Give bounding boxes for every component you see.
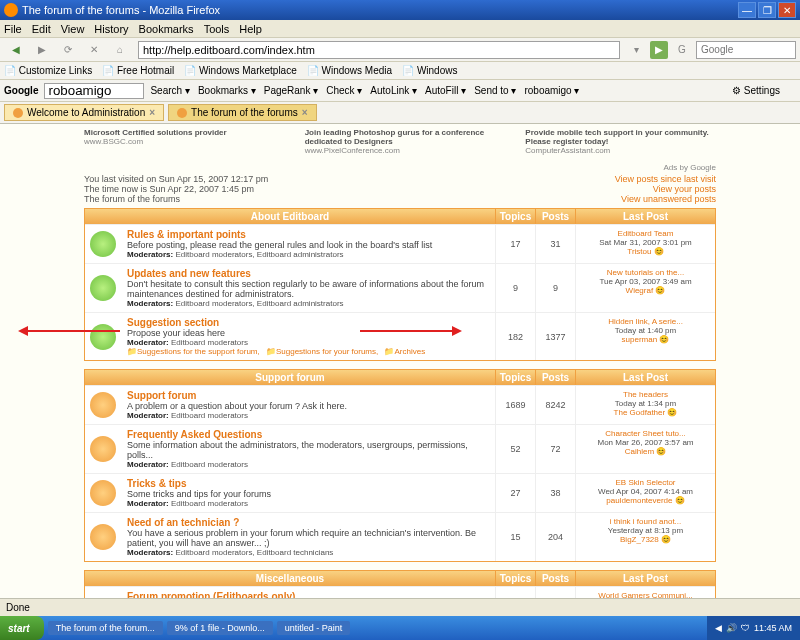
search-engine-button[interactable]: G	[670, 40, 694, 60]
forum-status-icon	[90, 324, 116, 350]
bookmark-link[interactable]: 📄 Free Hotmail	[102, 65, 174, 76]
subforum-link[interactable]: 📁Archives	[384, 347, 425, 356]
forum-row: Support forum A problem or a question ab…	[85, 385, 715, 424]
last-post[interactable]: The headersToday at 1:34 pmThe Godfather…	[575, 386, 715, 424]
forward-button[interactable]: ▶	[30, 40, 54, 60]
close-button[interactable]: ✕	[778, 2, 796, 18]
nav-toolbar: ◀ ▶ ⟳ ✕ ⌂ http://help.editboard.com/inde…	[0, 38, 800, 62]
forum-moderators: Moderator: Editboard moderators	[127, 411, 489, 420]
forum-link[interactable]: Rules & important points	[127, 229, 489, 240]
forum-link[interactable]: Tricks & tips	[127, 478, 489, 489]
firefox-icon	[4, 3, 18, 17]
dropdown-button[interactable]: ▾	[624, 40, 648, 60]
forum-section: Support forumTopicsPostsLast Post Suppor…	[84, 369, 716, 562]
menu-edit[interactable]: Edit	[32, 23, 51, 35]
ads-by-label: Ads by Google	[84, 163, 716, 172]
last-post[interactable]: Hidden link, A serie...Today at 1:40 pms…	[575, 313, 715, 360]
search-input[interactable]	[696, 41, 796, 59]
gtoolbar-item[interactable]: Check ▾	[326, 85, 362, 96]
menu-view[interactable]: View	[61, 23, 85, 35]
forum-row: Forum promotion (Editboards only) Talk a…	[85, 586, 715, 598]
reload-button[interactable]: ⟳	[56, 40, 80, 60]
forum-row: Frequently Asked Questions Some informat…	[85, 424, 715, 473]
tab-close-icon[interactable]: ×	[302, 107, 308, 118]
tab-close-icon[interactable]: ×	[149, 107, 155, 118]
menu-bookmarks[interactable]: Bookmarks	[139, 23, 194, 35]
bookmark-link[interactable]: 📄 Windows	[402, 65, 457, 76]
forum-row: Rules & important points Before posting,…	[85, 224, 715, 263]
gtoolbar-item[interactable]: PageRank ▾	[264, 85, 318, 96]
last-post[interactable]: EB Skin SelectorWed Apr 04, 2007 4:14 am…	[575, 474, 715, 512]
minimize-button[interactable]: —	[738, 2, 756, 18]
toolbar-settings[interactable]: ⚙ Settings	[732, 85, 788, 96]
bookmark-link[interactable]: 📄 Windows Marketplace	[184, 65, 297, 76]
tab-favicon	[13, 108, 23, 118]
taskbar-item[interactable]: 9% of 1 file - Downlo...	[167, 621, 273, 635]
forum-moderators: Moderators: Editboard moderators, Editbo…	[127, 250, 489, 259]
section-header: MiscellaneousTopicsPostsLast Post	[85, 571, 715, 586]
bookmark-link[interactable]: 📄 Customize Links	[4, 65, 92, 76]
forum-moderators: Moderator: Editboard moderators	[127, 499, 489, 508]
view-unanswered-link[interactable]: View unanswered posts	[621, 194, 716, 204]
gtoolbar-item[interactable]: AutoFill ▾	[425, 85, 466, 96]
last-post[interactable]: Editboard TeamSat Mar 31, 2007 3:01 pmTr…	[575, 225, 715, 263]
forum-description: Before posting, please read the general …	[127, 240, 489, 250]
forum-link[interactable]: Updates and new features	[127, 268, 489, 279]
google-search-input[interactable]	[44, 83, 144, 99]
last-post[interactable]: World Gamers Communi...Yesterday at 3:14…	[575, 587, 715, 598]
windows-taskbar: start The forum of the forum...9% of 1 f…	[0, 616, 800, 640]
forum-link[interactable]: Frequently Asked Questions	[127, 429, 489, 440]
sponsored-links: Microsoft Certified solutions providerww…	[84, 128, 716, 155]
home-button[interactable]: ⌂	[108, 40, 132, 60]
subforum-link[interactable]: 📁Suggestions for the support forum,	[127, 347, 260, 356]
last-post[interactable]: New tutorials on the...Tue Apr 03, 2007 …	[575, 264, 715, 312]
ad-block[interactable]: Join leading Photoshop gurus for a confe…	[305, 128, 496, 155]
go-button[interactable]: ▶	[650, 41, 668, 59]
view-posts-since-link[interactable]: View posts since last visit	[615, 174, 716, 184]
ad-block[interactable]: Provide mobile tech support in your comm…	[525, 128, 716, 155]
tab-bar: Welcome to Administration×The forum of t…	[0, 102, 800, 124]
posts-count: 204	[535, 513, 575, 561]
gtoolbar-item[interactable]: AutoLink ▾	[370, 85, 417, 96]
stop-button[interactable]: ✕	[82, 40, 106, 60]
bookmark-link[interactable]: 📄 Windows Media	[307, 65, 392, 76]
menu-history[interactable]: History	[94, 23, 128, 35]
forum-description: Propose your ideas here	[127, 328, 489, 338]
page-content: Microsoft Certified solutions providerww…	[0, 124, 800, 598]
browser-tab[interactable]: Welcome to Administration×	[4, 104, 164, 121]
taskbar-item[interactable]: The forum of the forum...	[48, 621, 163, 635]
url-input[interactable]: http://help.editboard.com/index.htm	[138, 41, 620, 59]
forum-description: Some information about the administrator…	[127, 440, 489, 460]
menu-file[interactable]: File	[4, 23, 22, 35]
tab-favicon	[177, 108, 187, 118]
topics-count: 15	[495, 513, 535, 561]
view-your-posts-link[interactable]: View your posts	[653, 184, 716, 194]
topics-count: 182	[495, 313, 535, 360]
gtoolbar-item[interactable]: roboamigo ▾	[524, 85, 579, 96]
menu-tools[interactable]: Tools	[204, 23, 230, 35]
gtoolbar-item[interactable]: Send to ▾	[474, 85, 516, 96]
subforum-link[interactable]: 📁Suggestions for your forums,	[266, 347, 378, 356]
section-header: Support forumTopicsPostsLast Post	[85, 370, 715, 385]
last-post[interactable]: i think i found anot...Yesterday at 8:13…	[575, 513, 715, 561]
ad-block[interactable]: Microsoft Certified solutions providerww…	[84, 128, 275, 155]
menu-bar: FileEditViewHistoryBookmarksToolsHelp	[0, 20, 800, 38]
forum-link[interactable]: Suggestion section	[127, 317, 489, 328]
maximize-button[interactable]: ❐	[758, 2, 776, 18]
section-header: About EditboardTopicsPostsLast Post	[85, 209, 715, 224]
last-post[interactable]: Character Sheet tuto...Mon Mar 26, 2007 …	[575, 425, 715, 473]
clock: 11:45 AM	[754, 623, 792, 633]
posts-count: 72	[535, 425, 575, 473]
forum-link[interactable]: Support forum	[127, 390, 489, 401]
forum-link[interactable]: Need of an technician ?	[127, 517, 489, 528]
taskbar-item[interactable]: untitled - Paint	[277, 621, 351, 635]
back-button[interactable]: ◀	[4, 40, 28, 60]
gtoolbar-item[interactable]: Bookmarks ▾	[198, 85, 256, 96]
start-button[interactable]: start	[0, 616, 44, 640]
menu-help[interactable]: Help	[239, 23, 262, 35]
system-tray[interactable]: ◀🔊🛡11:45 AM	[707, 616, 800, 640]
gtoolbar-item[interactable]: Search ▾	[150, 85, 189, 96]
forum-link[interactable]: Forum promotion (Editboards only)	[127, 591, 489, 598]
browser-tab[interactable]: The forum of the forums×	[168, 104, 317, 121]
topics-count: 47	[495, 587, 535, 598]
